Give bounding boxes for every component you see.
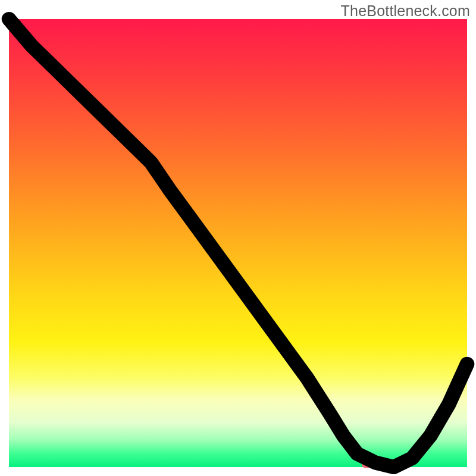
bottleneck-curve: [9, 19, 467, 467]
watermark-text: TheBottleneck.com: [341, 2, 470, 20]
chart-svg: [9, 19, 467, 467]
chart-container: TheBottleneck.com: [0, 0, 476, 476]
plot-area: [9, 19, 467, 467]
